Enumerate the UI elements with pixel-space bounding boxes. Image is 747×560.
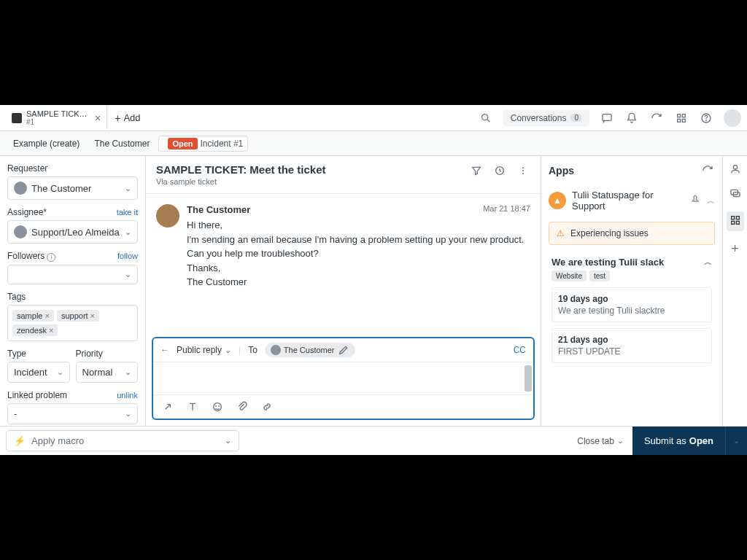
link-icon[interactable] <box>260 400 274 414</box>
crumb-incident[interactable]: Open Incident #1 <box>158 136 248 152</box>
svg-point-10 <box>522 167 524 168</box>
crumb-example[interactable]: Example (create) <box>7 136 85 152</box>
user-avatar[interactable] <box>724 109 741 127</box>
tags-input[interactable]: sample× support× zendesk× <box>7 305 138 341</box>
refresh-icon[interactable] <box>649 111 664 125</box>
lightning-icon: ⚡ <box>14 435 26 446</box>
chevron-down-icon: ⌄ <box>125 228 131 237</box>
message-time: Mar 21 18:47 <box>483 204 530 215</box>
person-icon <box>14 182 27 195</box>
svg-rect-3 <box>678 114 681 117</box>
top-bar: SAMPLE TICKET: Meet t... #1 × + Add Conv… <box>0 105 747 131</box>
conversations-icon[interactable] <box>729 187 741 201</box>
svg-rect-2 <box>603 114 611 120</box>
apps-panel: Apps ▲ Tulii Statuspage for Support ︿ ⚠ … <box>541 156 722 426</box>
linked-label: Linked problem <box>7 390 67 400</box>
submit-dropdown[interactable]: ⌄ <box>725 427 747 455</box>
chevron-up-icon[interactable]: ︿ <box>704 257 712 268</box>
close-tab-button[interactable]: Close tab ⌄ <box>568 436 632 446</box>
reply-box: ← Public reply ⌄ | To The Customer CC <box>152 337 535 420</box>
follow-link[interactable]: follow <box>117 252 138 260</box>
chevron-down-icon: ⌄ <box>125 409 131 419</box>
left-sidebar: Requester The Customer ⌄ Assignee* take … <box>0 156 146 426</box>
component-tag: test <box>589 271 610 281</box>
svg-point-16 <box>733 166 737 169</box>
type-select[interactable]: Incident ⌄ <box>7 362 70 383</box>
filter-icon[interactable] <box>469 163 484 178</box>
type-label: Type <box>7 349 70 359</box>
cc-button[interactable]: CC <box>514 345 526 355</box>
search-icon[interactable] <box>479 111 493 125</box>
svg-point-11 <box>522 170 524 171</box>
ticket-icon <box>12 113 22 123</box>
help-icon[interactable] <box>699 111 713 125</box>
edit-icon[interactable] <box>338 344 349 356</box>
context-rail: + <box>722 156 747 426</box>
tag-chip: support× <box>57 310 99 322</box>
chevron-up-icon[interactable]: ︿ <box>707 195 715 206</box>
center-panel: SAMPLE TICKET: Meet the ticket Via sampl… <box>146 156 541 426</box>
refresh-apps-icon[interactable] <box>700 163 715 178</box>
incident-update: 21 days ago FIRST UPDATE <box>551 328 712 363</box>
apply-macro-select[interactable]: ⚡ Apply macro ⌄ <box>6 430 239 451</box>
expand-icon[interactable] <box>160 400 175 414</box>
close-icon[interactable]: × <box>95 112 101 124</box>
assignee-label: Assignee* <box>7 207 47 217</box>
requester-select[interactable]: The Customer ⌄ <box>7 176 138 200</box>
chevron-down-icon: ⌄ <box>617 436 624 446</box>
priority-label: Priority <box>76 349 139 359</box>
attachment-icon[interactable] <box>235 400 249 414</box>
svg-point-8 <box>706 120 707 121</box>
remove-tag-icon[interactable]: × <box>49 326 53 335</box>
person-icon <box>271 345 281 355</box>
crumb-customer[interactable]: The Customer <box>88 136 155 152</box>
followers-select[interactable]: ⌄ <box>7 265 138 284</box>
plus-icon: + <box>115 112 120 124</box>
statuspage-icon: ▲ <box>549 192 566 209</box>
chat-icon[interactable] <box>600 111 614 125</box>
text-format-icon[interactable] <box>185 400 200 414</box>
emoji-icon[interactable] <box>210 400 225 414</box>
chevron-down-icon: ⌄ <box>57 368 63 377</box>
reply-back-icon[interactable]: ← <box>160 345 169 355</box>
pin-icon[interactable] <box>689 194 701 208</box>
remove-tag-icon[interactable]: × <box>90 311 95 320</box>
apps-icon[interactable] <box>727 211 744 231</box>
more-icon[interactable] <box>516 163 530 178</box>
bell-icon[interactable] <box>624 111 639 125</box>
add-tab-button[interactable]: + Add <box>107 112 147 124</box>
submit-button[interactable]: Submit as Open <box>632 427 725 455</box>
reply-textarea[interactable] <box>153 362 533 394</box>
info-icon[interactable]: i <box>47 253 55 262</box>
scrollbar[interactable] <box>525 365 532 392</box>
add-icon[interactable]: + <box>731 241 739 257</box>
breadcrumb: Example (create) The Customer Open Incid… <box>0 131 747 156</box>
take-it-link[interactable]: take it <box>117 208 138 217</box>
user-icon[interactable] <box>729 163 741 177</box>
unlink-link[interactable]: unlink <box>117 391 138 400</box>
component-tag: Website <box>551 271 587 281</box>
apps-title: Apps <box>549 165 574 176</box>
ticket-via: Via sample ticket <box>156 177 469 186</box>
recipient-chip[interactable]: The Customer <box>265 343 355 357</box>
assignee-select[interactable]: Support/Leo Almeida ⌄ <box>7 220 138 244</box>
status-badge: Open <box>168 138 197 149</box>
status-alert: ⚠ Experiencing issues <box>549 222 715 245</box>
ticket-tab[interactable]: SAMPLE TICKET: Meet t... #1 × <box>6 106 107 129</box>
app-item[interactable]: ▲ Tulii Statuspage for Support ︿ <box>549 185 715 216</box>
priority-select[interactable]: Normal ⌄ <box>76 362 139 383</box>
warning-icon: ⚠ <box>557 228 565 238</box>
message-author: The Customer <box>187 204 250 215</box>
followers-label: Followers <box>7 251 44 261</box>
tab-sub: #1 <box>26 118 92 126</box>
conversations-count: 0 <box>570 114 582 122</box>
conversations-button[interactable]: Conversations 0 <box>503 110 589 126</box>
apps-grid-icon[interactable] <box>674 111 689 125</box>
linked-select[interactable]: - ⌄ <box>7 403 138 424</box>
svg-point-0 <box>481 114 487 120</box>
reply-type-select[interactable]: Public reply ⌄ <box>177 345 231 355</box>
history-icon[interactable] <box>492 163 507 178</box>
chevron-down-icon: ⌄ <box>125 368 131 377</box>
svg-rect-4 <box>682 114 685 117</box>
remove-tag-icon[interactable]: × <box>44 311 49 320</box>
